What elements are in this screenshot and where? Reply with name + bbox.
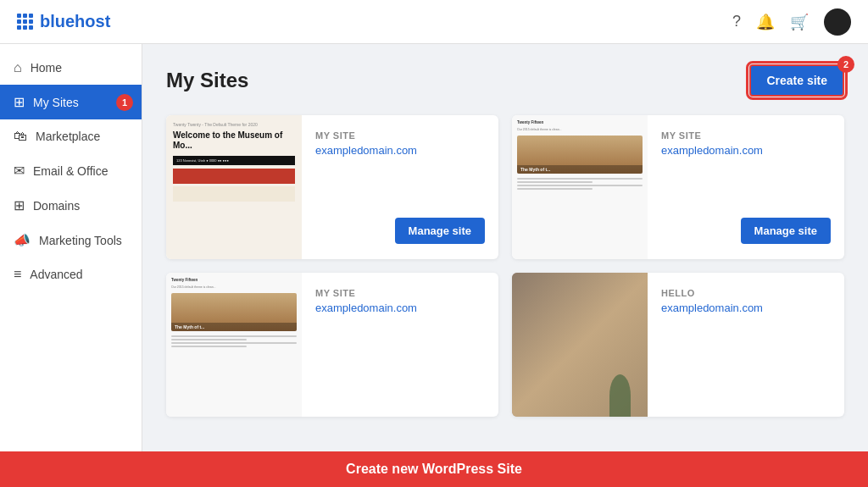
thumb-col-red — [173, 169, 295, 184]
topbar-actions: ? 🔔 🛒 — [732, 8, 851, 36]
marketing-icon: 📣 — [14, 232, 31, 248]
sidebar-item-label: My Sites — [33, 96, 79, 109]
site-domain-3: exampledomain.com — [315, 302, 485, 314]
sidebar-item-label: Marketing Tools — [39, 234, 122, 247]
logo-text: bluehost — [40, 12, 110, 31]
wordpress-icon: ⊞ — [14, 94, 25, 110]
tf-header-3: Twenty Fifteen — [171, 278, 297, 282]
tf-image: The Myth of t... — [517, 136, 643, 174]
site-info-top-2: MY SITE exampledomain.com — [661, 130, 831, 157]
tf-line-3-2 — [171, 339, 247, 340]
help-icon[interactable]: ? — [732, 13, 741, 30]
tf-img-overlay-3: The Myth of t... — [171, 323, 297, 331]
tf-line-3-4 — [171, 346, 247, 347]
marketplace-icon: 🛍 — [14, 129, 27, 144]
content-header: My Sites Create site 2 — [166, 64, 844, 97]
site-domain-1: exampledomain.com — [315, 144, 485, 157]
page-title: My Sites — [166, 69, 248, 92]
tf-sub-3: Our 2015 default theme is clean... — [171, 285, 297, 289]
home-icon: ⌂ — [14, 60, 22, 75]
site-card-2: Twenty Fifteen Our 2015 default theme is… — [512, 115, 844, 259]
bottom-banner-text: Create new WordPress Site — [346, 462, 522, 476]
bell-icon[interactable]: 🔔 — [756, 13, 775, 31]
sidebar-item-home[interactable]: ⌂ Home — [0, 51, 142, 85]
bottom-banner[interactable]: Create new WordPress Site — [0, 451, 868, 487]
site-thumb-4 — [512, 273, 648, 417]
sidebar-item-label: Domains — [33, 199, 80, 213]
sidebar-item-domains[interactable]: ⊞ Domains — [0, 188, 142, 223]
thumb-title: Welcome to the Museum of Mo... — [173, 130, 295, 151]
tf-sub: Our 2015 default theme is clean... — [517, 128, 643, 131]
tf-line-3-3 — [171, 342, 297, 344]
site-label-2: MY SITE — [661, 130, 831, 141]
site-card-4: Hello exampledomain.com — [512, 273, 844, 417]
tf-image-3: The Myth of t... — [171, 293, 297, 331]
thumb-addr: 123 Nonexist, Utah ● 0000 ●● ●●● — [173, 156, 295, 165]
content-area: My Sites Create site 2 Twenty Twenty - T… — [142, 44, 868, 451]
site-label-4: Hello — [661, 288, 831, 298]
sidebar-item-marketplace[interactable]: 🛍 Marketplace — [0, 119, 142, 153]
thumb-header: Twenty Twenty - The Default Theme for 20… — [173, 122, 295, 127]
sidebar-item-label: Home — [31, 61, 62, 75]
email-icon: ✉ — [14, 163, 25, 179]
site-info-1: MY SITE exampledomain.com Manage site — [302, 115, 498, 259]
create-site-wrapper: Create site 2 — [749, 64, 844, 97]
manage-site-button-1[interactable]: Manage site — [395, 218, 485, 244]
tf-line-4 — [517, 188, 593, 190]
sidebar-item-label: Marketplace — [36, 130, 100, 143]
sidebar-item-email-office[interactable]: ✉ Email & Office — [0, 153, 142, 188]
sidebar-item-label: Advanced — [30, 268, 82, 281]
grid-icon — [17, 14, 33, 30]
sites-grid: Twenty Twenty - The Default Theme for 20… — [166, 115, 844, 417]
advanced-icon: ≡ — [14, 267, 21, 282]
tf-line-2 — [517, 181, 593, 183]
site-domain-4: exampledomain.com — [661, 302, 831, 314]
topbar: bluehost ? 🔔 🛒 — [0, 0, 868, 44]
create-site-badge: 2 — [837, 56, 854, 73]
avatar[interactable] — [824, 8, 851, 36]
tf-line-3-1 — [171, 335, 297, 337]
logo[interactable]: bluehost — [17, 12, 110, 31]
site-card-1: Twenty Twenty - The Default Theme for 20… — [166, 115, 498, 259]
site-info-top-1: MY SITE exampledomain.com — [315, 130, 485, 157]
site-domain-2: exampledomain.com — [661, 144, 831, 157]
thumb-fifteen: Twenty Fifteen Our 2015 default theme is… — [512, 115, 648, 259]
sidebar-item-advanced[interactable]: ≡ Advanced — [0, 257, 142, 291]
tf-text-lines-3 — [171, 335, 297, 347]
manage-site-button-2[interactable]: Manage site — [741, 218, 831, 244]
thumb-room — [512, 273, 648, 417]
sidebar-item-my-sites[interactable]: ⊞ My Sites 1 — [0, 85, 142, 119]
site-thumb-1: Twenty Twenty - The Default Theme for 20… — [166, 115, 302, 259]
site-thumb-2: Twenty Fifteen Our 2015 default theme is… — [512, 115, 648, 259]
sidebar-item-marketing-tools[interactable]: 📣 Marketing Tools — [0, 223, 142, 257]
tf-text-lines — [517, 178, 643, 190]
tf-img-overlay: The Myth of t... — [517, 165, 643, 174]
site-label-1: MY SITE — [315, 130, 485, 141]
thumb-row2 — [173, 186, 295, 202]
site-card-3: Twenty Fifteen Our 2015 default theme is… — [166, 273, 498, 417]
site-info-top-4: Hello exampledomain.com — [661, 288, 831, 314]
sidebar: ⌂ Home ⊞ My Sites 1 🛍 Marketplace ✉ Emai… — [0, 44, 142, 451]
site-info-3: My Site exampledomain.com — [302, 273, 498, 417]
create-site-button[interactable]: Create site — [749, 64, 844, 97]
tf-line-1 — [517, 178, 643, 180]
room-plant — [609, 374, 631, 417]
main-layout: ⌂ Home ⊞ My Sites 1 🛍 Marketplace ✉ Emai… — [0, 44, 868, 451]
domains-icon: ⊞ — [14, 197, 25, 213]
site-label-3: My Site — [315, 288, 485, 298]
sidebar-item-label: Email & Office — [33, 164, 108, 178]
thumb-row — [173, 169, 295, 184]
thumb-fifteen-2: Twenty Fifteen Our 2015 default theme is… — [166, 273, 302, 417]
tf-header: Twenty Fifteen — [517, 120, 643, 125]
sidebar-badge: 1 — [116, 94, 133, 111]
site-info-top-3: My Site exampledomain.com — [315, 288, 485, 314]
thumb-twenty-twenty: Twenty Twenty - The Default Theme for 20… — [166, 115, 302, 259]
tf-line-3 — [517, 185, 643, 186]
cart-icon[interactable]: 🛒 — [790, 13, 809, 31]
site-info-2: MY SITE exampledomain.com Manage site — [648, 115, 844, 259]
thumb-col-beige — [173, 186, 295, 202]
site-info-4: Hello exampledomain.com — [648, 273, 844, 417]
site-thumb-3: Twenty Fifteen Our 2015 default theme is… — [166, 273, 302, 417]
